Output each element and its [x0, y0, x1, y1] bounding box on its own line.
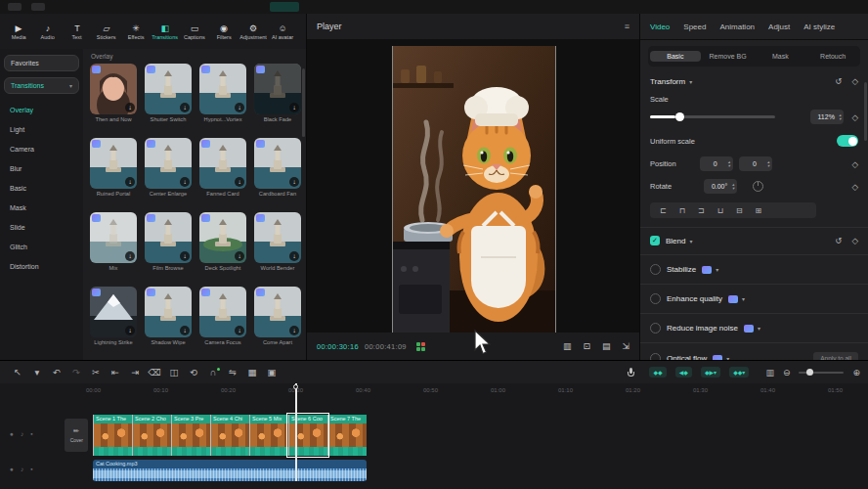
- transition-card[interactable]: ↓ Shutter Switch: [145, 64, 192, 122]
- transition-card[interactable]: ↓ World Bender: [254, 212, 301, 271]
- mute-track-icon[interactable]: ♪: [21, 466, 23, 472]
- uniform-scale-toggle[interactable]: [837, 135, 858, 147]
- tab-video[interactable]: Video: [650, 22, 670, 31]
- rotate-dial-icon[interactable]: [753, 181, 763, 192]
- reduce-noise-checkbox[interactable]: [650, 323, 661, 333]
- blend-checkbox[interactable]: ✓: [650, 236, 660, 245]
- download-icon[interactable]: ↓: [289, 251, 299, 261]
- align-top-icon[interactable]: ⊔: [717, 206, 723, 215]
- download-icon[interactable]: ↓: [125, 177, 135, 187]
- timeline-zoom-slider[interactable]: [799, 372, 844, 374]
- clip-scene-1[interactable]: Scene 1 The: [93, 415, 132, 456]
- blend-keyframe-icon[interactable]: ◇: [851, 236, 858, 245]
- align-right-icon[interactable]: ⊐: [698, 206, 705, 215]
- category-mask[interactable]: Mask: [4, 198, 79, 217]
- blend-reset-icon[interactable]: ↺: [835, 236, 842, 245]
- player-menu-icon[interactable]: ≡: [625, 22, 629, 31]
- download-icon[interactable]: ↓: [125, 326, 135, 335]
- clip-scene-5[interactable]: Scene 5 Mix: [249, 415, 288, 456]
- download-icon[interactable]: ↓: [235, 103, 244, 112]
- app-menu-icon[interactable]: [8, 3, 22, 11]
- home-icon[interactable]: [31, 3, 45, 11]
- cover-button[interactable]: ✏ Cover: [65, 419, 88, 452]
- blend-chevron-icon[interactable]: ▾: [689, 238, 692, 244]
- clip-scene-2[interactable]: Scene 2 Cho: [132, 415, 171, 456]
- trim-left-button[interactable]: ⇤: [106, 367, 125, 378]
- enhance-quality-checkbox[interactable]: [650, 293, 661, 304]
- category-basic[interactable]: Basic: [4, 178, 79, 198]
- keyframe-next-button[interactable]: ◆▶▾: [701, 367, 720, 378]
- download-icon[interactable]: ↓: [235, 177, 244, 187]
- align-center-h-icon[interactable]: ⊓: [679, 206, 685, 215]
- category-light[interactable]: Light: [4, 119, 79, 139]
- transition-card[interactable]: ↓ Hypnot...Vortex: [199, 64, 246, 122]
- category-distortion[interactable]: Distortion: [4, 256, 79, 276]
- keyframe-menu-button[interactable]: ◆◆▾: [729, 367, 749, 378]
- transition-card[interactable]: ↓ Shadow Wipe: [145, 287, 192, 345]
- rotate-keyframe-icon[interactable]: ◇: [851, 182, 858, 192]
- timeline-zoom-out-button[interactable]: ⊖: [783, 368, 791, 378]
- tab-adjust[interactable]: Adjust: [768, 22, 790, 31]
- download-icon[interactable]: ↓: [180, 326, 190, 335]
- download-icon[interactable]: ↓: [235, 326, 244, 335]
- align-left-icon[interactable]: ⊏: [660, 206, 667, 215]
- position-y-field[interactable]: 0 ▴▾: [739, 156, 772, 171]
- crop-button[interactable]: ▦: [242, 367, 262, 378]
- download-icon[interactable]: ↓: [289, 103, 299, 112]
- ribbon-tab-captions[interactable]: ▭ Captions: [180, 23, 209, 40]
- ribbon-tab-text[interactable]: T Text: [63, 23, 92, 40]
- scale-value-field[interactable]: 112% ▴▾: [810, 110, 844, 124]
- hide-track-icon[interactable]: ●: [10, 466, 14, 472]
- reverse-button[interactable]: ⟲: [184, 367, 203, 378]
- scale-keyframe-icon[interactable]: ◇: [851, 112, 858, 122]
- resolution-button[interactable]: ▤: [602, 341, 611, 351]
- transitions-dropdown[interactable]: Transitions ▾: [4, 77, 79, 94]
- select-tool-button[interactable]: ↖: [8, 367, 27, 378]
- ribbon-tab-media[interactable]: ▶ Media: [4, 23, 33, 40]
- position-x-field[interactable]: 0 ▴▾: [700, 156, 733, 171]
- category-glitch[interactable]: Glitch: [4, 237, 79, 256]
- redo-button[interactable]: ↷: [66, 367, 86, 378]
- delete-button[interactable]: ⌫: [145, 367, 164, 378]
- download-icon[interactable]: ↓: [289, 326, 299, 335]
- transition-card[interactable]: ↓ Mix: [90, 212, 137, 271]
- grid-scrollbar[interactable]: [302, 68, 305, 137]
- tab-speed[interactable]: Speed: [683, 22, 706, 31]
- transition-card[interactable]: ↓ Film Browse: [145, 212, 192, 271]
- enhance-chevron-icon[interactable]: ▾: [742, 295, 745, 302]
- transition-card[interactable]: ↓ Center Enlarge: [145, 138, 192, 197]
- transition-card[interactable]: ↓ Camera Focus: [199, 287, 246, 345]
- tool-menu-chevron[interactable]: ▾: [27, 367, 47, 378]
- category-blur[interactable]: Blur: [4, 158, 79, 178]
- download-icon[interactable]: ↓: [235, 251, 244, 261]
- collapse-chevron-icon[interactable]: ▾: [689, 78, 692, 85]
- transition-card[interactable]: ↓ Deck Spotlight: [199, 212, 246, 271]
- video-frame[interactable]: [392, 46, 556, 333]
- category-slide[interactable]: Slide: [4, 217, 79, 237]
- magnet-button[interactable]: ∩: [203, 367, 223, 378]
- preview-monitor-button[interactable]: ▥: [765, 368, 774, 378]
- split-button[interactable]: ✂: [86, 367, 106, 378]
- subtab-retouch[interactable]: Retouch: [807, 51, 858, 62]
- transition-card[interactable]: ↓ Then and Now: [90, 64, 137, 122]
- reset-icon[interactable]: ↺: [835, 76, 842, 86]
- subtab-basic[interactable]: Basic: [650, 51, 701, 62]
- subtab-remove-bg[interactable]: Remove BG: [703, 51, 754, 62]
- ribbon-tab-transitions[interactable]: ◧ Transitions: [151, 23, 180, 40]
- fullscreen-button[interactable]: ⇲: [622, 341, 629, 351]
- transition-card[interactable]: ↓ Ruined Portal: [90, 138, 137, 197]
- subtab-mask[interactable]: Mask: [756, 51, 806, 62]
- stabilize-chevron-icon[interactable]: ▾: [716, 266, 718, 273]
- download-icon[interactable]: ↓: [180, 103, 190, 112]
- transition-card[interactable]: ↓ Black Fade: [254, 64, 301, 122]
- ribbon-tab-ai-avatar[interactable]: ☺ AI avatar: [268, 23, 297, 40]
- ribbon-tab-filters[interactable]: ◉ Filters: [209, 23, 239, 40]
- aspect-ratio-button[interactable]: ▥: [563, 341, 572, 351]
- clip-scene-6[interactable]: Scene 6 Coo: [288, 415, 327, 456]
- download-icon[interactable]: ↓: [180, 251, 190, 261]
- category-overlay[interactable]: Overlay: [4, 100, 79, 119]
- fit-screen-button[interactable]: ⊡: [583, 341, 590, 351]
- inspector-scrollbar[interactable]: [864, 82, 867, 141]
- transition-card[interactable]: ↓ Come Apart: [254, 287, 301, 345]
- category-camera[interactable]: Camera: [4, 139, 79, 158]
